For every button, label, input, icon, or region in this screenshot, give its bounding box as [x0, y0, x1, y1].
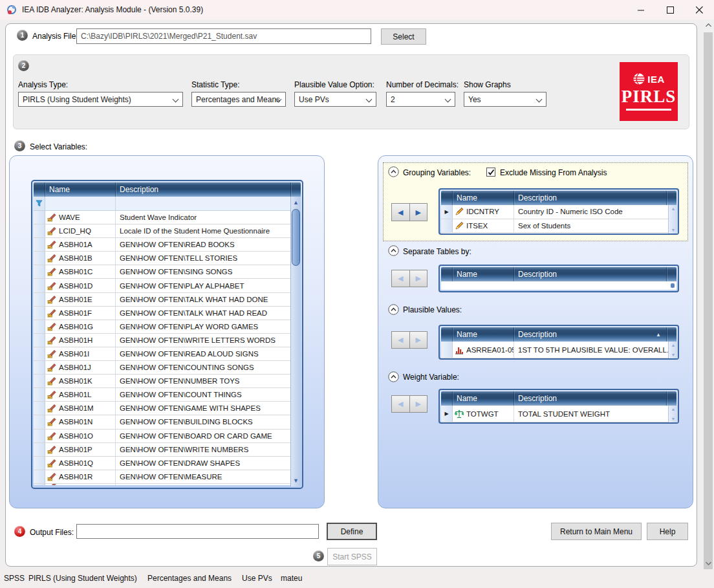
table-row[interactable]: LCID_HQLocale ID of the Student Home Que…	[34, 224, 301, 238]
row-selector[interactable]	[34, 347, 45, 360]
variable-description-cell: GEN\HOW OFTEN\READ ALOUD SIGNS	[116, 350, 301, 358]
table-row[interactable]: ASBH01MGEN\HOW OFTEN\GAME WITH SHAPES	[34, 402, 301, 415]
table-row[interactable]: ASBH01HGEN\HOW OFTEN\WRITE LETTERS WORDS	[34, 334, 301, 347]
row-selector[interactable]: ▶	[441, 205, 453, 219]
show-graphs-combo[interactable]: Yes	[464, 92, 546, 107]
table-row[interactable]: ASBH01LGEN\HOW OFTEN\COUNT THINGS	[34, 388, 301, 402]
minimize-button[interactable]	[627, 0, 656, 19]
scroll-down-icon[interactable]	[702, 558, 714, 569]
row-selector[interactable]	[34, 430, 45, 442]
table-row[interactable]: ASBH01GGEN\HOW OFTEN\PLAY WORD GAMES	[34, 320, 301, 334]
grouping-table-scrollbar[interactable]: ▲▼	[668, 205, 678, 234]
table-row[interactable]: ASBH01BGEN\HOW OFTEN\TELL STORIES	[34, 252, 301, 265]
description-column-header[interactable]: Description	[514, 267, 667, 281]
collapse-weight-icon[interactable]	[388, 371, 399, 382]
collapse-plausible-icon[interactable]	[388, 304, 399, 315]
move-left-button[interactable]: ◀	[391, 270, 410, 287]
table-row[interactable]: ASBH01DGEN\HOW OFTEN\PLAY ALPHABET	[34, 279, 301, 292]
row-selector[interactable]	[34, 361, 45, 374]
move-left-button[interactable]: ◀	[391, 331, 410, 349]
table-row[interactable]: ASBH01QGEN\HOW OFTEN\DRAW SHAPES	[34, 457, 301, 470]
table-row[interactable]: ASBH01RGEN\HOW OFTEN\MEASURE	[34, 470, 301, 484]
name-column-header[interactable]: Name	[45, 182, 116, 197]
start-spss-button[interactable]: Start SPSS	[327, 548, 377, 565]
row-selector[interactable]	[34, 415, 45, 428]
table-row[interactable]: ASRREA01-051ST TO 5TH PLAUSIBLE VALUE: O…	[441, 342, 676, 358]
collapse-grouping-icon[interactable]	[388, 166, 399, 177]
table-row[interactable]: ▶TOTWGTTOTAL STUDENT WEIGHT	[441, 406, 676, 422]
table-row[interactable]: ASBH01JGEN\HOW OFTEN\COUNTING SONGS	[34, 361, 301, 375]
variable-name-cell: ITSEX	[453, 219, 514, 233]
row-selector[interactable]	[34, 279, 45, 292]
row-selector[interactable]	[34, 252, 45, 265]
row-selector[interactable]	[34, 375, 45, 387]
return-to-main-menu-button[interactable]: Return to Main Menu	[551, 523, 642, 540]
analysis-file-input[interactable]	[76, 28, 371, 44]
scroll-down-icon[interactable]: ▼	[291, 475, 301, 486]
row-selector[interactable]	[34, 388, 45, 401]
row-selector[interactable]	[34, 307, 45, 320]
window-scrollbar[interactable]	[702, 19, 714, 569]
row-selector[interactable]	[34, 211, 45, 224]
row-selector[interactable]	[34, 293, 45, 306]
table-row[interactable]: ASBH01EGEN\HOW OFTEN\TALK WHAT HAD DONE	[34, 293, 301, 307]
table-row[interactable]: ASBH01FGEN\HOW OFTEN\TALK WHAT HAD READ	[34, 307, 301, 320]
table-row[interactable]: ASBH01AGEN\HOW OFTEN\READ BOOKS	[34, 238, 301, 252]
maximize-button[interactable]	[656, 0, 685, 19]
description-column-header[interactable]: Description	[514, 191, 667, 205]
row-selector[interactable]	[34, 402, 45, 415]
select-file-button[interactable]: Select	[381, 28, 426, 45]
row-selector[interactable]	[441, 219, 453, 233]
table-row[interactable]: ITSEXSex of Students	[441, 219, 676, 234]
decimals-combo[interactable]: 2	[386, 92, 455, 107]
row-selector[interactable]	[34, 457, 45, 470]
output-files-input[interactable]	[76, 524, 319, 539]
move-left-button[interactable]: ◀	[391, 395, 410, 413]
help-button[interactable]: Help	[647, 523, 688, 540]
table-row[interactable]: ASBH01KGEN\HOW OFTEN\NUMBER TOYS	[34, 375, 301, 388]
define-button[interactable]: Define	[327, 523, 377, 540]
scroll-thumb[interactable]	[292, 209, 300, 266]
scroll-up-icon[interactable]: ▲	[291, 197, 301, 208]
name-column-header[interactable]: Name	[453, 267, 514, 281]
weight-table-scrollbar[interactable]: ▲▼	[668, 406, 678, 422]
exclude-missing-checkbox[interactable]	[486, 168, 495, 177]
plausible-table-scrollbar[interactable]: ▲▼	[668, 342, 678, 358]
description-column-header[interactable]: Description	[514, 391, 667, 406]
name-column-header[interactable]: Name	[453, 327, 514, 342]
move-right-button[interactable]: ▶	[410, 395, 428, 413]
collapse-separate-icon[interactable]	[388, 245, 399, 256]
move-right-button[interactable]: ▶	[410, 331, 428, 349]
close-button[interactable]	[685, 0, 714, 19]
filter-row[interactable]	[34, 197, 301, 211]
analysis-type-combo[interactable]: PIRLS (Using Student Weights)	[18, 92, 183, 107]
scroll-up-icon[interactable]	[702, 19, 714, 31]
statistic-type-combo[interactable]: Percentages and Means	[191, 92, 286, 107]
row-selector[interactable]	[34, 224, 45, 237]
move-right-button[interactable]: ▶	[410, 203, 428, 221]
row-selector[interactable]	[34, 265, 45, 278]
table-row[interactable]: ASBH01OGEN\HOW OFTEN\BOARD OR CARD GAME	[34, 430, 301, 443]
name-column-header[interactable]: Name	[453, 191, 514, 205]
row-selector[interactable]	[34, 238, 45, 251]
move-right-button[interactable]: ▶	[410, 270, 428, 287]
table-row[interactable]: ASBH01NGEN\HOW OFTEN\BUILDING BLOCKS	[34, 415, 301, 429]
variables-grid-scrollbar[interactable]: ▲ ▼	[290, 197, 301, 486]
row-selector[interactable]	[34, 334, 45, 347]
table-row[interactable]: WAVEStudent Wave Indicator	[34, 211, 301, 224]
scroll-thumb[interactable]	[704, 32, 713, 571]
pv-option-combo[interactable]: Use PVs	[294, 92, 376, 107]
table-row[interactable]: ▶IDCNTRYCountry ID - Numeric ISO Code	[441, 205, 676, 219]
table-row[interactable]: ASBH01PGEN\HOW OFTEN\WRITE NUMBERS	[34, 443, 301, 457]
table-row[interactable]: ASBH01CGEN\HOW OFTEN\SING SONGS	[34, 265, 301, 279]
description-column-header[interactable]: Description ▲	[514, 327, 667, 342]
move-left-button[interactable]: ◀	[391, 203, 410, 221]
row-selector[interactable]	[34, 470, 45, 483]
row-selector[interactable]: ▶	[441, 406, 453, 422]
table-row[interactable]: ASBH01IGEN\HOW OFTEN\READ ALOUD SIGNS	[34, 347, 301, 361]
row-selector[interactable]	[441, 342, 453, 358]
name-column-header[interactable]: Name	[453, 391, 514, 406]
description-column-header[interactable]: Description	[116, 182, 291, 197]
row-selector[interactable]	[34, 320, 45, 333]
row-selector[interactable]	[34, 443, 45, 456]
